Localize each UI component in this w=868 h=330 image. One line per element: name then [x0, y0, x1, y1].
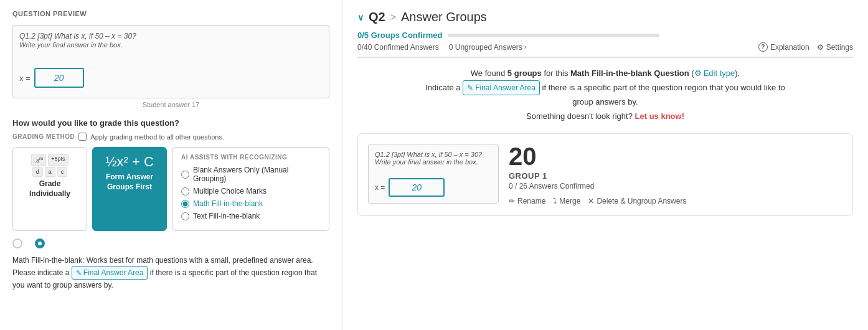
final-answer-link[interactable]: ✎ Final Answer Area: [72, 266, 148, 280]
radio-multiple-choice[interactable]: Multiple Choice Marks: [181, 187, 320, 196]
let-us-know-link[interactable]: Let us know!: [635, 111, 684, 121]
mini-card-5: c: [57, 167, 68, 177]
left-panel: QUESTION PREVIEW Q1.2 [3pt] What is x, i…: [0, 0, 342, 330]
progress-bar-wrap: [448, 34, 659, 37]
found-groups-type: Math Fill-in-the-blank Question: [570, 68, 689, 78]
grading-method-label: GRADING METHOD: [12, 133, 75, 140]
group-eq: x =: [375, 183, 385, 192]
form-answer-icon: ½x² + C: [99, 154, 160, 170]
apply-all-label: Apply grading method to all other questi…: [90, 133, 224, 141]
radio-blank-answers[interactable]: Blank Answers Only (Manual Grouping): [181, 166, 320, 183]
stats-right: ? Explanation ⚙ Settings: [758, 42, 853, 52]
grading-radio-row: [12, 238, 329, 248]
radio-math-fill[interactable]: Math Fill-in-the-blank: [181, 199, 320, 208]
grading-method-row: GRADING METHOD Apply grading method to a…: [12, 133, 329, 141]
group-card: Q1.2 [3pt] What is x, if 50 – x = 30? Wr…: [357, 133, 853, 216]
delete-ungroup-button[interactable]: ✕ Delete & Ungroup Answers: [588, 197, 686, 205]
description-text: Math Fill-in-the-blank: Works best for m…: [12, 255, 329, 291]
ai-assists-panel: AI ASSISTS WITH RECOGNIZING Blank Answer…: [172, 147, 329, 231]
merge-button[interactable]: ⤵ Merge: [553, 197, 580, 205]
confirmed-answers-stat: 0/40 Confirmed Answers: [357, 43, 439, 52]
stats-row: 0/40 Confirmed Answers 0 Ungrouped Answe…: [357, 42, 853, 58]
grading-question: How would you like to grade this questio…: [12, 118, 329, 128]
group-info: 20 GROUP 1 0 / 26 Answers Confirmed ✏ Re…: [509, 144, 842, 205]
breadcrumb-q2: Q2: [369, 10, 385, 24]
ungrouped-stat[interactable]: 0 Ungrouped Answers ›: [449, 43, 526, 52]
mini-card-1: .3m: [31, 154, 46, 166]
preview-answer-area: x = 20: [19, 68, 323, 88]
group-actions: ✏ Rename ⤵ Merge ✕ Delete & Ungroup Answ…: [509, 197, 842, 205]
merge-icon: ⤵: [553, 197, 557, 205]
preview-eq: x =: [19, 73, 31, 83]
rename-button[interactable]: ✏ Rename: [509, 197, 545, 205]
pencil-icon: ✎: [76, 268, 82, 278]
group-preview-box: Q1.2 [3pt] What is x, if 50 – x = 30? Wr…: [368, 144, 499, 204]
pencil-icon-right: ✎: [467, 82, 473, 94]
edit-type-link[interactable]: ⚙ Edit type: [694, 67, 735, 80]
group-answer-area: x = 20: [375, 178, 492, 197]
preview-question-text: Q1.2 [3pt] What is x, if 50 – x = 30? Wr…: [19, 32, 323, 49]
mini-card-2: +5pts: [48, 154, 68, 166]
breadcrumb: ∨ Q2 > Answer Groups: [357, 10, 853, 24]
group-label: GROUP 1: [509, 171, 842, 181]
explanation-button[interactable]: ? Explanation: [758, 42, 809, 52]
right-panel: ∨ Q2 > Answer Groups 0/5 Groups Confirme…: [342, 0, 868, 330]
settings-button[interactable]: ⚙ Settings: [817, 43, 853, 52]
answers-confirmed: 0 / 26 Answers Confirmed: [509, 182, 842, 191]
mini-card-4: a: [45, 167, 55, 177]
ungrouped-chevron-icon: ›: [524, 44, 526, 50]
group-number: 20: [509, 144, 842, 169]
mini-card-3: d: [32, 167, 43, 177]
found-groups-message: We found 5 groups for this Math Fill-in-…: [357, 67, 853, 123]
gear-small-icon: ⚙: [694, 67, 702, 80]
gear-icon: ⚙: [817, 43, 824, 52]
grade-individually-icons: .3m +5pts d a c: [19, 154, 80, 177]
progress-row: 0/5 Groups Confirmed: [357, 31, 853, 40]
grade-individually-radio[interactable]: [12, 238, 22, 248]
stats-left: 0/40 Confirmed Answers 0 Ungrouped Answe…: [357, 43, 526, 52]
grading-options: .3m +5pts d a c Grade Individually ½x² +…: [12, 147, 329, 231]
groups-confirmed-label: 0/5 Groups Confirmed: [357, 31, 443, 40]
radio-text-fill[interactable]: Text Fill-in-the-blank: [181, 212, 320, 220]
breadcrumb-section: Answer Groups: [401, 10, 487, 24]
group-preview: Q1.2 [3pt] What is x, if 50 – x = 30? Wr…: [368, 144, 499, 205]
grade-individually-option[interactable]: .3m +5pts d a c Grade Individually: [12, 147, 87, 231]
group-question-text: Q1.2 [3pt] What is x, if 50 – x = 30? Wr…: [375, 151, 492, 166]
ai-assists-title: AI ASSISTS WITH RECOGNIZING: [181, 154, 320, 161]
form-answer-radio[interactable]: [35, 238, 45, 248]
student-label: Student answer 17: [12, 101, 329, 108]
grade-individually-label: Grade Individually: [19, 179, 80, 199]
breadcrumb-separator: >: [390, 12, 396, 23]
question-preview-title: QUESTION PREVIEW: [12, 10, 329, 17]
apply-all-checkbox[interactable]: [78, 133, 87, 141]
found-groups-count: 5 groups: [507, 68, 542, 78]
preview-answer-box: 20: [34, 68, 84, 88]
rename-icon: ✏: [509, 197, 515, 205]
form-answer-groups-option[interactable]: ½x² + C Form Answer Groups First: [92, 147, 167, 231]
question-preview-box: Q1.2 [3pt] What is x, if 50 – x = 30? Wr…: [12, 25, 329, 98]
group-answer-box: 20: [389, 178, 445, 197]
question-circle-icon: ?: [758, 42, 768, 52]
right-final-answer-link[interactable]: ✎ Final Answer Area: [463, 80, 540, 95]
form-answer-label: Form Answer Groups First: [99, 172, 160, 192]
delete-icon: ✕: [588, 197, 594, 205]
breadcrumb-chevron[interactable]: ∨: [357, 12, 364, 22]
